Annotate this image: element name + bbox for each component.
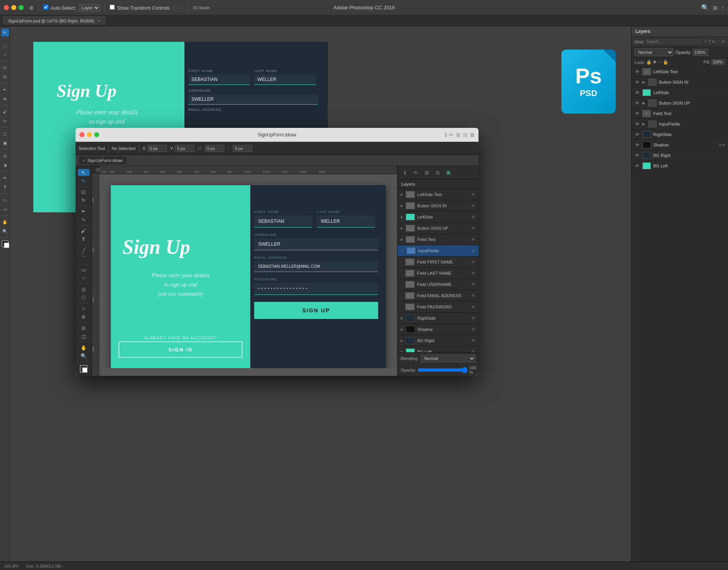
idraw-vis-icon[interactable]: 👁 [471, 305, 475, 309]
idraw-h-input[interactable] [233, 145, 252, 152]
idraw-vis-icon[interactable]: 👁 [471, 260, 475, 264]
eraser-tool[interactable]: ◻ [1, 130, 9, 138]
idraw-vis-icon[interactable]: 👁 [471, 215, 475, 219]
idraw-vis-icon[interactable]: 👁 [471, 192, 475, 197]
idraw-hand-tool[interactable]: ✋ [78, 344, 89, 351]
layer-item-leftside[interactable]: 👁 LeftSide [632, 88, 728, 98]
idraw-w-input[interactable] [205, 145, 224, 152]
idraw-layer-button-signin[interactable]: ▶ Button SIGN IN 👁 [398, 200, 478, 212]
minimize-button[interactable] [11, 5, 16, 10]
crop-tool[interactable]: ⊡ [1, 73, 9, 81]
idraw-layer-field-username[interactable]: Field USERNAME 👁 [398, 279, 478, 290]
idraw-rect-tool[interactable]: ▭ [78, 266, 89, 273]
idraw-curve-tool[interactable]: ⌒ [78, 255, 89, 262]
hand-tool[interactable]: ✋ [1, 218, 9, 226]
auto-select-checkbox[interactable] [43, 5, 48, 10]
layer-item-bg-right[interactable]: 👁 BG Right [632, 150, 728, 161]
idraw-slice-tool[interactable]: ⊟ [78, 325, 89, 332]
visibility-icon[interactable]: 👁 [635, 142, 640, 148]
idraw-vis-icon[interactable]: 👁 [471, 316, 475, 320]
idraw-zoom-tool[interactable]: 🔍 [78, 352, 89, 359]
blur-tool[interactable]: ◎ [1, 152, 9, 160]
layers-panel-icon[interactable]: ⊠ [470, 132, 475, 138]
idraw-y-input[interactable] [175, 145, 194, 152]
quick-select-tool[interactable]: ⊙ [1, 64, 9, 71]
id-lastname-input[interactable]: WELLER [317, 215, 375, 227]
idraw-layer-leftside[interactable]: ▶ LeftSide 👁 [398, 212, 478, 223]
idraw-vis-icon[interactable]: 👁 [471, 248, 475, 253]
id-firstname-input[interactable]: SEBASTIAN [254, 215, 312, 227]
idraw-vis-icon[interactable]: 👁 [471, 350, 475, 352]
workspace-icon[interactable]: ⊞ [713, 5, 718, 11]
idraw-layer-bg-left[interactable]: ▶ BG Left 👁 [398, 346, 478, 352]
idraw-vis-icon[interactable]: 👁 [471, 271, 475, 276]
idraw-window-controls[interactable] [79, 132, 99, 137]
idraw-layer-field-email[interactable]: Field EMAIL ADDRESS 👁 [398, 290, 478, 301]
idraw-subselect-tool[interactable]: ↖ [78, 177, 89, 184]
visibility-icon[interactable]: 👁 [635, 69, 640, 74]
idraw-rotate-tool[interactable]: ↻ [78, 197, 89, 204]
idraw-freeform-tool[interactable]: ⊛ [78, 313, 89, 320]
idraw-layer-shadow[interactable]: ▶ Shadow 👁 [398, 324, 478, 335]
layer-item-inputfields[interactable]: 👁 ▶ InputFields [632, 119, 728, 129]
idraw-layer-field-firstname[interactable]: Field FIRST NAME 👁 [398, 257, 478, 268]
idraw-layer-field-lastname[interactable]: Field LAST NAME 👁 [398, 268, 478, 279]
visibility-icon[interactable]: 👁 [635, 132, 640, 137]
idraw-minimize-button[interactable] [87, 132, 92, 137]
visibility-icon[interactable]: 👁 [635, 90, 640, 95]
move-tool-icon[interactable]: ⊕ [29, 5, 34, 11]
foreground-color[interactable] [2, 240, 9, 247]
idraw-star-tool[interactable]: ☆ [78, 305, 89, 312]
eyedropper-tool[interactable]: ✒ [1, 86, 9, 93]
idraw-opacity-slider[interactable] [418, 367, 468, 373]
layer-item-leftside-text[interactable]: 👁 T LeftSide Text [632, 67, 728, 77]
extra-options-icon[interactable]: ··· [179, 5, 183, 10]
idraw-bezier-tool[interactable]: ∿ [78, 216, 89, 223]
heal-tool[interactable]: ⊕ [1, 95, 9, 103]
idraw-vis-icon[interactable]: 👁 [471, 203, 475, 208]
close-button[interactable] [4, 5, 9, 10]
visibility-icon[interactable]: 👁 [635, 111, 640, 116]
id-email-input[interactable]: SEBASTIAN.WELLER@MAIL.COM [254, 261, 378, 272]
grid-icon[interactable]: ⊞ [456, 132, 461, 138]
idraw-fg-color[interactable] [80, 365, 88, 373]
visibility-icon[interactable]: 👁 [635, 163, 640, 169]
maximize-button[interactable] [19, 5, 24, 10]
idraw-layer-rightside[interactable]: ▶ RightSide 👁 [398, 313, 478, 324]
idraw-canvas-icon[interactable]: ⊞ [422, 168, 431, 177]
shape-tool[interactable]: ▭ [1, 205, 9, 213]
idraw-close-tab-icon[interactable]: × [83, 158, 85, 163]
idraw-circle-tool[interactable]: ◎ [78, 286, 89, 293]
layer-item-bg-left[interactable]: 👁 BG Left [632, 161, 728, 171]
idraw-vis-icon[interactable]: 👁 [471, 282, 475, 287]
visibility-icon[interactable]: 👁 [635, 153, 640, 158]
idraw-paint-tool[interactable]: 🖌 [78, 227, 89, 234]
visibility-icon[interactable]: 👁 [635, 121, 640, 127]
idraw-blend-mode-select[interactable]: Normal [421, 355, 475, 362]
idraw-polygon-tool[interactable]: ⬡ [78, 294, 89, 301]
idraw-layer-field-text[interactable]: ▶ Field Text 👁 [398, 234, 478, 245]
idraw-vis-icon[interactable]: 👁 [471, 293, 475, 298]
idraw-close-button[interactable] [79, 132, 84, 137]
idraw-main-canvas[interactable]: Sign Up Please enter your details to sig… [100, 174, 397, 368]
layer-item-rightside[interactable]: 👁 RightSide [632, 129, 728, 140]
idraw-layers-icon[interactable]: ⊠ [444, 168, 453, 177]
idraw-align-icon[interactable]: ⊟ [433, 168, 442, 177]
layer-item-shadow[interactable]: 👁 Shadow fx ▾ [632, 140, 728, 150]
style-icon[interactable]: ✏ [449, 132, 454, 138]
idraw-info-icon[interactable]: ℹ [401, 168, 409, 177]
idraw-document-tab[interactable]: × SignUpForm.idraw [79, 157, 127, 164]
search-icon[interactable]: 🔍 [701, 4, 709, 11]
visibility-icon[interactable]: 👁 [635, 100, 640, 106]
align-icon[interactable]: ⊟ [463, 132, 468, 138]
dodge-tool[interactable]: ◑ [1, 161, 9, 169]
idraw-ellipse-tool[interactable]: ○ [78, 274, 89, 281]
path-select-tool[interactable]: ▷ [1, 196, 9, 204]
idraw-x-input[interactable] [148, 145, 167, 152]
info-icon[interactable]: ℹ [445, 132, 447, 138]
ps-blend-mode-select[interactable]: Normal [635, 48, 673, 56]
idraw-type-tool[interactable]: T [78, 236, 89, 243]
idraw-layer-inputfields[interactable]: ▼ InputFields 👁 [398, 245, 478, 257]
id-password-input[interactable]: •••••••••••••••• [254, 283, 378, 295]
idraw-pen-tool[interactable]: ✒ [78, 208, 89, 215]
